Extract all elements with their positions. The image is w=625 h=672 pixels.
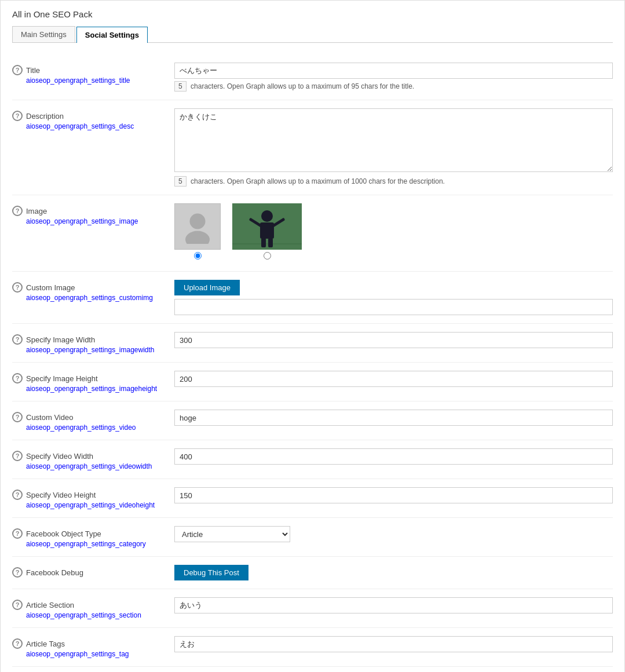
custom-video-input[interactable] — [174, 410, 613, 426]
image-width-input[interactable] — [174, 332, 613, 348]
svg-point-0 — [190, 214, 206, 229]
field-row-video-height: ? Specify Video Height aioseop_opengraph… — [12, 479, 613, 518]
label-image-width: Specify Image Width — [26, 335, 95, 344]
label-video-width: Specify Video Width — [26, 452, 93, 461]
svg-point-1 — [185, 231, 210, 244]
article-tags-input[interactable] — [174, 636, 613, 652]
field-row-custom-video: ? Custom Video aioseop_opengraph_setting… — [12, 401, 613, 440]
label-col-video-width: ? Specify Video Width aioseop_opengraph_… — [12, 448, 169, 470]
field-name-custom-video: aioseop_opengraph_settings_video — [26, 423, 169, 432]
help-icon-image-width[interactable]: ? — [12, 334, 23, 345]
input-col-image-width — [174, 332, 613, 348]
field-name-video-height: aioseop_opengraph_settings_videoheight — [26, 501, 169, 509]
field-name-image-height: aioseop_opengraph_settings_imageheight — [26, 385, 169, 393]
field-row-video-width: ? Specify Video Width aioseop_opengraph_… — [12, 440, 613, 479]
label-fb-debug: Facebook Debug — [26, 568, 83, 577]
input-col-fb-debug: Debug This Post — [174, 565, 613, 580]
field-row-description: ? Description aioseop_opengraph_settings… — [12, 100, 613, 195]
help-icon-custom-image[interactable]: ? — [12, 282, 23, 293]
label-fb-object-type: Facebook Object Type — [26, 529, 101, 538]
help-icon-image[interactable]: ? — [12, 206, 23, 216]
input-col-video-width — [174, 448, 613, 465]
label-description: Description — [26, 112, 64, 120]
help-icon-article-section[interactable]: ? — [12, 600, 23, 610]
help-icon-image-height[interactable]: ? — [12, 373, 23, 384]
help-icon-article-tags[interactable]: ? — [12, 638, 23, 649]
svg-rect-8 — [261, 238, 266, 247]
field-name-image: aioseop_opengraph_settings_image — [26, 217, 169, 225]
label-title: Title — [26, 66, 40, 75]
help-icon-fb-object-type[interactable]: ? — [12, 528, 23, 539]
input-col-video-height — [174, 487, 613, 503]
input-col-image-height — [174, 371, 613, 387]
debug-this-post-button[interactable]: Debug This Post — [174, 565, 248, 580]
label-custom-video: Custom Video — [26, 413, 73, 422]
label-col-custom-image: ? Custom Image aioseop_opengraph_setting… — [12, 280, 169, 302]
tab-social-settings[interactable]: Social Settings — [76, 27, 148, 43]
custom-image-url-input[interactable] — [174, 299, 613, 315]
field-row-image: ? Image aioseop_opengraph_settings_image — [12, 195, 613, 272]
article-section-input[interactable] — [174, 597, 613, 613]
help-icon-description[interactable]: ? — [12, 111, 23, 121]
image-option-default — [174, 203, 221, 260]
field-name-description: aioseop_opengraph_settings_desc — [26, 122, 169, 130]
title-input[interactable] — [174, 63, 613, 79]
input-col-description: かきくけこ 5 characters. Open Graph allows up… — [174, 108, 613, 187]
label-col-article-section: ? Article Section aioseop_opengraph_sett… — [12, 597, 169, 619]
fb-object-type-select[interactable]: Article Blog Book Game Movie Music Produ… — [174, 526, 290, 542]
field-name-article-tags: aioseop_opengraph_settings_tag — [26, 650, 169, 658]
label-article-section: Article Section — [26, 601, 74, 609]
field-row-title: ? Title aioseop_opengraph_settings_title… — [12, 54, 613, 100]
label-col-image-width: ? Specify Image Width aioseop_opengraph_… — [12, 332, 169, 354]
image-height-input[interactable] — [174, 371, 613, 387]
label-col-title: ? Title aioseop_opengraph_settings_title — [12, 63, 169, 85]
field-name-title: aioseop_opengraph_settings_title — [26, 76, 169, 85]
input-col-article-tags — [174, 636, 613, 652]
svg-point-4 — [261, 210, 273, 222]
help-icon-custom-video[interactable]: ? — [12, 412, 23, 422]
label-col-fb-debug: ? Facebook Debug — [12, 565, 169, 578]
image-options — [174, 203, 613, 260]
label-video-height: Specify Video Height — [26, 491, 96, 499]
image-radio-custom[interactable] — [264, 252, 271, 260]
settings-form: ? Title aioseop_opengraph_settings_title… — [12, 54, 613, 672]
label-col-article-tags: ? Article Tags aioseop_opengraph_setting… — [12, 636, 169, 658]
label-custom-image: Custom Image — [26, 283, 75, 292]
input-col-article-section — [174, 597, 613, 613]
field-row-fb-object-type: ? Facebook Object Type aioseop_opengraph… — [12, 518, 613, 557]
help-icon-title[interactable]: ? — [12, 65, 23, 75]
description-textarea[interactable]: かきくけこ — [174, 108, 613, 172]
label-col-fb-object-type: ? Facebook Object Type aioseop_opengraph… — [12, 526, 169, 548]
label-col-custom-video: ? Custom Video aioseop_opengraph_setting… — [12, 410, 169, 432]
label-col-image: ? Image aioseop_opengraph_settings_image — [12, 203, 169, 225]
field-name-custom-image: aioseop_opengraph_settings_customimg — [26, 294, 169, 302]
video-height-input[interactable] — [174, 487, 613, 503]
help-icon-video-height[interactable]: ? — [12, 490, 23, 500]
input-col-title: 5 characters. Open Graph allows up to a … — [174, 63, 613, 92]
field-row-custom-image: ? Custom Image aioseop_opengraph_setting… — [12, 272, 613, 324]
video-width-input[interactable] — [174, 448, 613, 465]
label-col-description: ? Description aioseop_opengraph_settings… — [12, 108, 169, 130]
input-col-custom-video — [174, 410, 613, 426]
custom-image-thumb — [232, 203, 302, 250]
field-name-video-width: aioseop_opengraph_settings_videowidth — [26, 462, 169, 470]
tab-main-settings[interactable]: Main Settings — [12, 26, 75, 42]
main-wrap: All in One SEO Pack Main Settings Social… — [0, 0, 625, 672]
input-col-image — [174, 203, 613, 263]
help-icon-fb-debug[interactable]: ? — [12, 567, 23, 578]
field-row-image-height: ? Specify Image Height aioseop_opengraph… — [12, 363, 613, 401]
label-image: Image — [26, 207, 47, 216]
label-image-height: Specify Image Height — [26, 374, 98, 383]
field-name-article-section: aioseop_opengraph_settings_section — [26, 611, 169, 619]
field-row-fb-debug: ? Facebook Debug Debug This Post — [12, 557, 613, 589]
svg-rect-5 — [260, 222, 274, 239]
tab-bar: Main Settings Social Settings — [12, 26, 613, 43]
image-radio-default[interactable] — [194, 252, 202, 260]
help-icon-video-width[interactable]: ? — [12, 451, 23, 461]
title-char-count: 5 characters. Open Graph allows up to a … — [174, 81, 613, 92]
image-option-custom — [232, 203, 302, 260]
upload-image-button[interactable]: Upload Image — [174, 280, 240, 295]
svg-rect-9 — [268, 238, 273, 247]
label-article-tags: Article Tags — [26, 640, 65, 648]
label-col-image-height: ? Specify Image Height aioseop_opengraph… — [12, 371, 169, 393]
